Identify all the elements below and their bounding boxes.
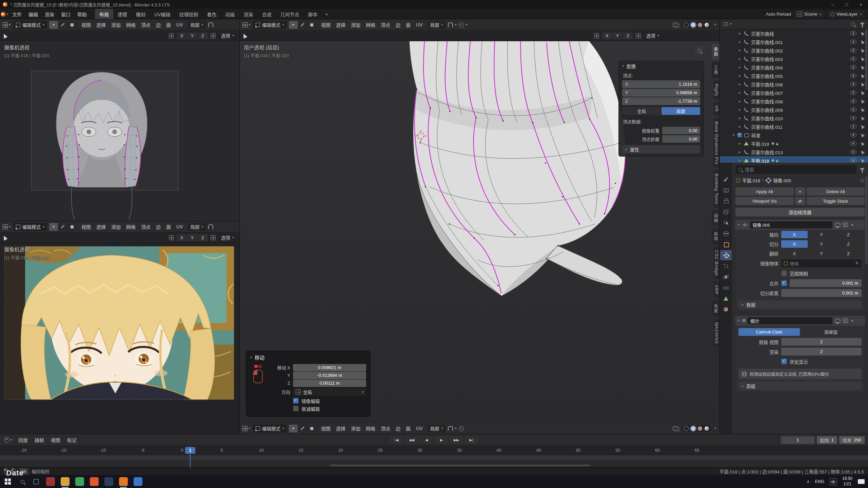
eye-icon[interactable] xyxy=(850,82,856,86)
cursor-select-icon[interactable] xyxy=(860,133,865,138)
axis-toggle-button[interactable]: Y xyxy=(187,32,197,39)
cursor-select-icon[interactable] xyxy=(860,124,865,129)
outliner-row[interactable]: 贝塞尔曲线.010 xyxy=(720,114,868,122)
data-section-header[interactable]: ▸数据 xyxy=(738,300,862,309)
axis-toggle-button[interactable]: X xyxy=(177,32,187,39)
value-field[interactable]: -0.012684 m xyxy=(293,372,366,379)
task-view-icon[interactable] xyxy=(29,475,43,488)
menu-item[interactable]: 边 xyxy=(153,221,163,232)
menu-item[interactable]: 视图 xyxy=(318,423,333,434)
menu-item[interactable]: 帮助 xyxy=(74,9,90,19)
eye-icon[interactable] xyxy=(850,65,856,69)
snap-magnet-icon[interactable] xyxy=(208,224,213,229)
menu-item[interactable]: 视图 xyxy=(318,19,333,30)
expand-arrow-icon[interactable] xyxy=(739,57,744,61)
menu-item[interactable]: UV xyxy=(413,19,425,30)
expand-arrow-icon[interactable] xyxy=(739,40,744,44)
global-button[interactable]: 全局 xyxy=(622,107,661,115)
zoom-icon[interactable] xyxy=(694,46,704,55)
menu-item[interactable]: 添加 xyxy=(108,221,123,232)
mirror-object-field[interactable]: 物体 ✎ xyxy=(781,259,862,267)
face-select-mode-button[interactable] xyxy=(67,223,77,231)
menu-item[interactable]: 顶点 xyxy=(138,19,153,30)
rendered-shading-icon[interactable] xyxy=(705,23,709,27)
sidebar-tab[interactable]: 条目 xyxy=(712,44,719,60)
menu-item[interactable]: 顶点 xyxy=(378,19,393,30)
expand-arrow-icon[interactable] xyxy=(739,116,744,120)
menu-item[interactable]: 边 xyxy=(393,423,403,434)
axis-toggle-button[interactable]: X xyxy=(602,32,612,39)
menu-item[interactable]: 边 xyxy=(153,19,163,30)
sidebar-tab[interactable]: Rigify xyxy=(713,80,719,100)
outliner-row[interactable]: 贝塞尔曲线.008 xyxy=(720,97,868,105)
menu-item[interactable]: 插帧 xyxy=(31,434,47,446)
properties-tab-modifiers[interactable] xyxy=(720,250,732,260)
menu-item[interactable]: UV xyxy=(174,19,185,30)
playback-button[interactable]: ▶| xyxy=(465,436,478,444)
eye-icon[interactable] xyxy=(850,99,856,103)
expand-arrow-icon[interactable] xyxy=(739,141,744,146)
properties-tab-viewlayer[interactable] xyxy=(720,207,732,217)
cursor-select-icon[interactable] xyxy=(860,73,865,78)
menu-item[interactable]: 选择 xyxy=(333,19,348,30)
cursor-select-icon[interactable] xyxy=(860,90,865,95)
outliner-row[interactable]: 贝塞尔曲线.001 xyxy=(720,38,868,46)
expand-arrow-icon[interactable] xyxy=(739,31,744,36)
render-display-toggle[interactable] xyxy=(843,223,848,227)
menu-item[interactable]: 视图 xyxy=(47,434,64,446)
sidebar-tab[interactable]: Building Tools xyxy=(713,170,719,208)
sidebar-tab[interactable]: 毛发 xyxy=(712,301,719,317)
playback-button[interactable]: ◀◀ xyxy=(405,436,418,444)
menu-item[interactable]: 添加 xyxy=(108,19,123,30)
xray-toggle-icon[interactable] xyxy=(673,426,678,430)
eye-icon[interactable] xyxy=(850,150,856,154)
editor-type-icon[interactable]: ▾ xyxy=(242,22,251,27)
delete-modifier-icon[interactable]: × xyxy=(851,222,853,227)
face-select-mode-button[interactable] xyxy=(307,21,316,29)
viewport-display-toggle[interactable] xyxy=(835,319,840,323)
workspace-tab[interactable]: 布局 xyxy=(95,9,113,19)
active-tool-icon[interactable] xyxy=(242,33,248,38)
cursor-select-icon[interactable] xyxy=(860,99,865,104)
current-frame-field[interactable]: 1 xyxy=(781,436,815,444)
timeline-track[interactable] xyxy=(0,455,868,467)
viewport-center[interactable]: ▾ 编辑模式▾ 视图选择添加网格顶点边面UV 局部▾ ▾ ▾ xyxy=(240,19,719,434)
outliner-row[interactable]: 贝塞尔曲线.006 xyxy=(720,80,868,88)
active-tool-icon[interactable] xyxy=(2,33,8,38)
editor-type-icon[interactable]: ▾ xyxy=(3,437,13,443)
catmull-clark-button[interactable]: Catmull-Clark xyxy=(738,328,800,336)
eye-icon[interactable] xyxy=(850,74,856,78)
axis-toggle-button[interactable]: Z xyxy=(623,32,633,39)
solid-shading-icon[interactable] xyxy=(691,23,695,27)
checkbox-row[interactable]: 衰减编辑 xyxy=(293,405,366,412)
viewport-canvas-bottom-left[interactable]: 摄像机透视 (1) 平面.018 | 平面.020 xyxy=(0,243,239,434)
checkbox-row[interactable]: 镜像编辑 xyxy=(293,397,366,405)
properties-tab-tool[interactable] xyxy=(720,174,732,184)
attributes-section-header[interactable]: ▸属性 xyxy=(622,145,700,154)
workspace-tab[interactable]: 几何节点 xyxy=(276,9,303,19)
value-field[interactable]: 0.00111 m xyxy=(293,380,366,387)
mode-dropdown[interactable]: 编辑模式▾ xyxy=(253,425,287,432)
vertex-select-mode-button[interactable] xyxy=(49,223,58,231)
tool-options-dropdown[interactable]: 选项▾ xyxy=(644,32,662,40)
optimal-display-checkbox[interactable] xyxy=(781,359,787,364)
playback-button[interactable]: ▶ xyxy=(435,436,448,444)
swap-button[interactable]: ⇄ xyxy=(795,197,805,205)
menu-item[interactable]: 窗口 xyxy=(58,9,74,19)
editor-type-icon[interactable]: ▾ xyxy=(242,426,251,431)
material-shading-icon[interactable] xyxy=(698,23,702,27)
properties-search-field[interactable]: 搜索 xyxy=(735,165,856,174)
expand-arrow-icon[interactable] xyxy=(739,124,744,129)
maximize-button[interactable]: □ xyxy=(840,0,854,9)
workspace-tab[interactable]: 动画 xyxy=(221,9,239,19)
cursor-select-icon[interactable] xyxy=(860,31,865,36)
coordinate-field[interactable]: X1.1516 m xyxy=(622,80,700,88)
wireframe-shading-icon[interactable] xyxy=(684,22,689,27)
filter-icon[interactable] xyxy=(860,168,865,171)
axis-toggle-button[interactable]: X xyxy=(781,231,808,238)
add-workspace-button[interactable]: + xyxy=(322,12,331,17)
expand-arrow-icon[interactable] xyxy=(739,99,744,103)
expand-arrow-icon[interactable] xyxy=(739,150,744,154)
menu-item[interactable]: 网格 xyxy=(123,221,138,232)
collapse-icon[interactable]: ▾ xyxy=(738,319,739,322)
